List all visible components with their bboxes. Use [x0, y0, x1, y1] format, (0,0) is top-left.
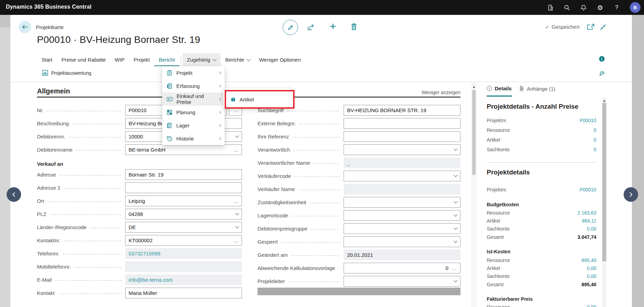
left-edge-panel — [0, 15, 10, 307]
tab-details[interactable]: Details — [487, 85, 512, 91]
menu-zugehoerig[interactable]: Zugehörig — [183, 53, 221, 66]
gesperrt-input[interactable] — [344, 236, 460, 247]
delete-button[interactable] — [351, 23, 357, 31]
menu-weniger-optionen[interactable]: Weniger Optionen — [254, 53, 305, 66]
chevron-down-icon[interactable] — [454, 278, 457, 282]
next-record-button[interactable] — [624, 187, 638, 202]
laendercode-input[interactable]: DE — [125, 222, 242, 233]
back-button[interactable] — [19, 21, 31, 33]
dropdown-item-projekt[interactable]: Projekt — [162, 66, 225, 79]
field-row-abweichende-kalkulationsvorlage: Abweichende Kalkulationsvorlage 0 — [258, 261, 460, 274]
app-top-bar: Dynamics 365 Business Central B — [0, 0, 644, 15]
panel-section-title-projektdetails: Projektdetails — [487, 169, 530, 176]
menu-projekt[interactable]: Projekt — [129, 53, 154, 66]
ellipsis-icon[interactable] — [233, 147, 239, 153]
panel-row: Artikel 0,00 — [487, 265, 596, 271]
panel-group-ist-kosten: Ist-Kosten — [487, 249, 510, 254]
submenu-arrow-icon — [219, 135, 221, 142]
search-icon[interactable] — [563, 4, 570, 11]
zustaendigkeitseinheit-input[interactable] — [344, 197, 460, 208]
panel-row: Projektnr. P00010 — [487, 187, 596, 193]
dropdown-item-erfassung[interactable]: Erfassung — [162, 79, 225, 92]
chevron-down-icon[interactable] — [454, 239, 457, 243]
menu-berichte[interactable]: Berichte — [221, 53, 254, 66]
dropdown-item-historie[interactable]: Historie — [162, 132, 225, 145]
menu-start[interactable]: Start — [37, 53, 57, 66]
menu-bericht[interactable]: Bericht — [154, 53, 179, 66]
suchbegriff-input[interactable]: BV-HEIZUNG BORNAER STR. 19 — [344, 105, 460, 116]
adresse-input[interactable]: Bornaer Str. 19 — [125, 169, 242, 180]
chevron-down-icon[interactable] — [454, 147, 457, 151]
field-row-verkaeufercode: Verkäufercode — [258, 169, 460, 182]
verkaeufercode-input[interactable] — [344, 171, 460, 181]
dropdown-item-planung[interactable]: Planung — [162, 106, 225, 119]
externe-belegnr-input[interactable] — [344, 118, 460, 129]
plz-input[interactable]: 04288 — [125, 209, 242, 219]
chevron-down-icon[interactable] — [454, 173, 457, 177]
lagerortcode-input[interactable] — [344, 210, 460, 221]
prev-record-button[interactable] — [7, 187, 21, 202]
notifications-bell-icon[interactable] — [580, 4, 587, 11]
field-row-lagerortcode: Lagerortcode — [258, 209, 460, 222]
planning-grid-icon — [167, 109, 172, 115]
subsection-verkauf-an: Verkauf an — [37, 156, 242, 168]
help-icon[interactable] — [613, 4, 620, 11]
price-tag-icon — [167, 97, 173, 102]
chevron-down-icon[interactable] — [454, 213, 457, 216]
dropdown-item-lager[interactable]: Lager — [162, 119, 225, 132]
chevron-down-icon[interactable] — [454, 199, 457, 203]
edit-button[interactable] — [283, 20, 298, 35]
show-less-link[interactable]: Weniger anzeigen — [421, 90, 460, 95]
breadcrumb[interactable]: Projektkarte — [36, 24, 64, 30]
verkaeufer-name-field — [344, 184, 460, 195]
panel-row: Projektnr. P00010 — [487, 117, 596, 124]
kontakt-input[interactable]: Maria Müller — [125, 288, 242, 298]
ihre-referenz-input[interactable] — [344, 131, 460, 142]
kalkulationsvorlage-input[interactable]: 0 — [344, 263, 460, 273]
field-row-externe-belegnr: Externe Belegnr. — [258, 117, 460, 130]
pin-icon[interactable] — [599, 70, 605, 77]
panel-row: Artikel 884,11 — [487, 218, 596, 224]
submenu-item-artikel[interactable]: Artikel — [240, 97, 254, 102]
settings-gear-icon[interactable] — [597, 4, 604, 11]
chevron-down-icon[interactable] — [235, 224, 239, 228]
field-row-projektleiter: Projektleiter — [258, 274, 460, 288]
email-field: info@be-terna.com — [125, 274, 242, 285]
ellipsis-icon[interactable] — [233, 198, 239, 204]
debitorenpreisgruppe-input[interactable] — [344, 223, 460, 234]
saved-label: Gespeichert — [552, 24, 580, 30]
ellipsis-icon[interactable] — [452, 265, 457, 271]
submenu-arrow-icon — [219, 96, 221, 102]
scroll-up-arrow[interactable] — [471, 83, 477, 89]
debitorenname-input[interactable]: BE-terna GmbH — [125, 144, 242, 155]
field-row-plz: PLZ 04288 — [37, 207, 242, 220]
report-projektauswertung[interactable]: Projektauswertung — [42, 70, 91, 76]
open-in-new-window-icon[interactable] — [587, 24, 595, 30]
field-row-adresse: Adresse Bornaer Str. 19 — [37, 168, 242, 181]
new-button[interactable] — [329, 21, 337, 33]
menu-preise-und-rabatte[interactable]: Preise und Rabatte — [57, 53, 110, 66]
user-avatar[interactable]: B — [630, 2, 641, 13]
main-scrollbar-thumb[interactable] — [472, 90, 476, 175]
panel-scrollbar-thumb[interactable] — [602, 103, 606, 261]
projektleiter-input[interactable] — [344, 276, 460, 287]
menu-wip[interactable]: WIP — [110, 53, 129, 66]
kontaktnr-input[interactable]: KT000002 — [125, 235, 242, 246]
info-icon[interactable] — [599, 56, 605, 62]
dropdown-item-einkauf-und-preise[interactable]: Einkauf und Preise — [162, 92, 225, 106]
panel-row: Ressource 895,40 — [487, 257, 596, 263]
adresse2-input[interactable] — [125, 182, 242, 193]
company-icon[interactable] — [547, 4, 554, 11]
share-button[interactable] — [307, 23, 316, 30]
chevron-down-icon[interactable] — [454, 226, 457, 229]
verantwortlich-input[interactable] — [344, 144, 460, 155]
tab-anhaenge[interactable]: Anhänge (1) — [519, 85, 556, 92]
panel-row: Ressource 2.163,63 — [487, 210, 596, 216]
left-edge-panel-top — [0, 15, 10, 27]
collapse-icon[interactable] — [600, 24, 606, 30]
ellipsis-icon[interactable] — [233, 237, 239, 243]
chevron-down-icon[interactable] — [235, 211, 239, 215]
chevron-down-icon[interactable] — [235, 134, 239, 137]
ort-input[interactable]: Leipzig — [125, 196, 242, 206]
panel-scroll-up-arrow[interactable] — [601, 97, 607, 102]
